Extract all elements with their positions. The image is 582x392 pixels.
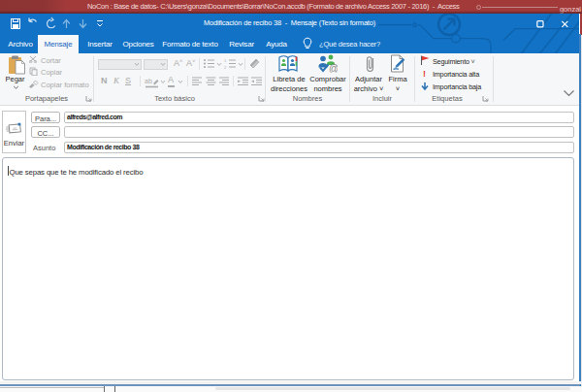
- svg-text:1: 1: [224, 58, 227, 63]
- svg-text:2: 2: [224, 65, 227, 70]
- svg-text:@: @: [329, 63, 338, 74]
- svg-text:ab: ab: [145, 78, 152, 84]
